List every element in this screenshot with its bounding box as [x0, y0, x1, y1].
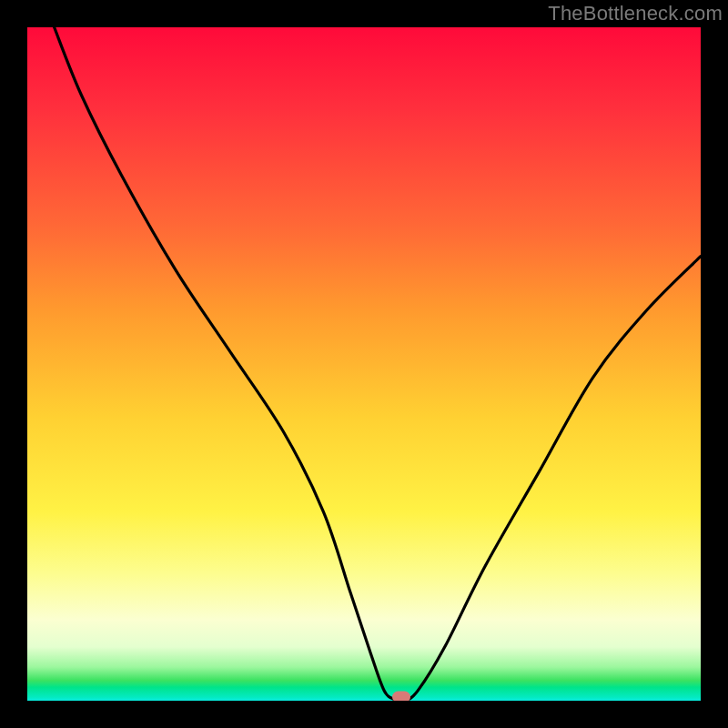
plot-area — [27, 27, 701, 701]
bottleneck-curve — [55, 27, 701, 701]
watermark-text: TheBottleneck.com — [548, 2, 723, 25]
curve-svg — [27, 27, 701, 701]
chart-frame: TheBottleneck.com — [0, 0, 728, 728]
optimal-point-marker — [392, 692, 410, 701]
